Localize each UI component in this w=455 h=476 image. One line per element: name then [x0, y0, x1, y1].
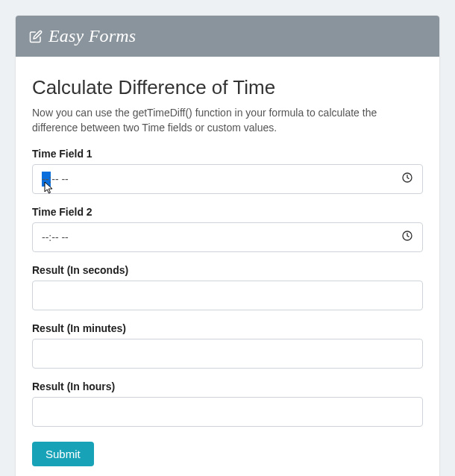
input-time-1-value: --:-- --	[42, 173, 401, 185]
brand-name: Easy Forms	[48, 26, 136, 46]
label-result-seconds: Result (In seconds)	[32, 264, 423, 276]
form-card: Easy Forms Calculate Difference of Time …	[15, 15, 440, 476]
input-result-seconds[interactable]	[32, 281, 423, 310]
edit-icon	[29, 30, 43, 43]
page-description: Now you can use the getTimeDiff() functi…	[32, 105, 423, 136]
card-header: Easy Forms	[16, 16, 439, 57]
submit-button[interactable]: Submit	[32, 442, 94, 466]
clock-icon[interactable]	[401, 230, 413, 244]
input-time-2[interactable]: --:-- --	[32, 222, 423, 252]
label-time-1: Time Field 1	[32, 148, 423, 160]
input-result-hours[interactable]	[32, 397, 423, 427]
page-title: Calculate Difference of Time	[32, 76, 423, 99]
label-result-hours: Result (In hours)	[32, 381, 423, 392]
label-result-minutes: Result (In minutes)	[32, 322, 423, 334]
input-time-1[interactable]: --:-- --	[32, 164, 423, 194]
card-body: Calculate Difference of Time Now you can…	[16, 57, 439, 476]
field-result-hours: Result (In hours)	[32, 381, 423, 427]
input-time-2-value: --:-- --	[42, 231, 401, 243]
field-time-1: Time Field 1 --:-- --	[32, 148, 423, 194]
field-result-seconds: Result (In seconds)	[32, 264, 423, 310]
clock-icon[interactable]	[401, 172, 413, 186]
field-time-2: Time Field 2 --:-- --	[32, 206, 423, 252]
input-result-minutes[interactable]	[32, 339, 423, 369]
field-result-minutes: Result (In minutes)	[32, 322, 423, 369]
label-time-2: Time Field 2	[32, 206, 423, 218]
